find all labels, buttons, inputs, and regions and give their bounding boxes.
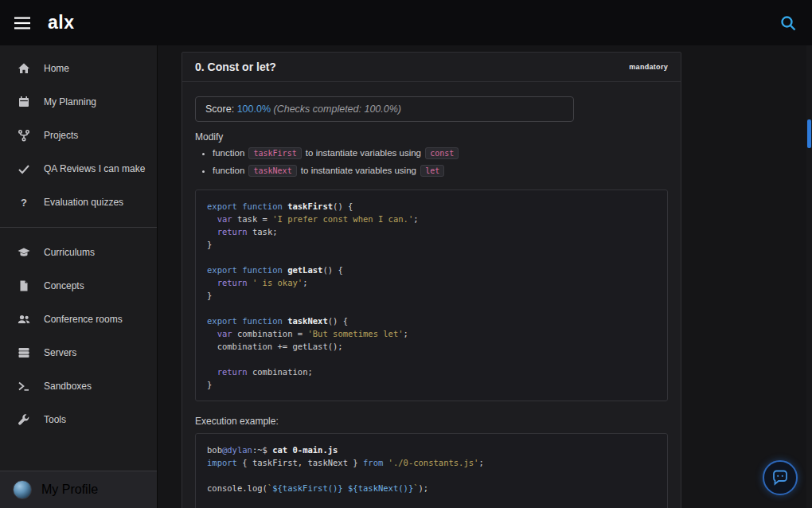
topbar: alx: [0, 0, 812, 45]
sidebar-item-qa-reviews-i-can-make[interactable]: QA Reviews I can make: [0, 152, 157, 186]
profile-label: My Profile: [41, 483, 98, 497]
avatar: [13, 480, 32, 499]
chat-widget-button[interactable]: [763, 460, 798, 495]
inline-code: taskFirst: [248, 147, 301, 159]
sidebar-item-home[interactable]: Home: [0, 52, 157, 85]
code-line: export function taskNext() {: [207, 315, 656, 327]
inline-code: let: [420, 165, 444, 177]
task-card: 0. Const or let? mandatory Score: 100.0%…: [182, 52, 681, 508]
code-line: [207, 494, 656, 507]
score-note: (Checks completed: 100.0%): [274, 104, 402, 115]
task-bullets: function taskFirst to instantiate variab…: [198, 146, 681, 178]
code-line: export function taskFirst() {: [207, 200, 656, 213]
sidebar-item-tools[interactable]: Tools: [0, 403, 157, 436]
code-line: var combination = 'But sometimes let';: [207, 327, 656, 340]
code-line: }: [207, 378, 656, 391]
code-line: console.log(`${taskFirst()} ${taskNext()…: [207, 482, 656, 494]
task-instruction: Modify: [195, 131, 668, 143]
sidebar-item-label: Tools: [44, 414, 66, 425]
sidebar-item-label: Home: [44, 63, 69, 74]
score-box: Score: 100.0% (Checks completed: 100.0%): [195, 96, 574, 122]
task-bullet: function taskFirst to instantiate variab…: [213, 146, 681, 161]
sidebar-item-label: My Planning: [44, 96, 96, 107]
inline-code: taskNext: [248, 165, 296, 177]
hamburger-icon: [14, 17, 30, 29]
sidebar-item-projects[interactable]: Projects: [0, 119, 157, 152]
code-line: }: [207, 289, 656, 302]
code-line: combination += getLast();: [207, 340, 656, 353]
calendar-icon: [18, 96, 31, 108]
sidebar-item-my-profile[interactable]: My Profile: [0, 471, 157, 508]
inline-code: const: [425, 147, 459, 159]
code-line: [207, 469, 656, 482]
sidebar-item-evaluation-quizzes[interactable]: ?Evaluation quizzes: [0, 186, 157, 219]
sidebar-item-conference-rooms[interactable]: Conference rooms: [0, 303, 157, 336]
terminal-icon: [18, 380, 31, 393]
svg-text:?: ?: [21, 197, 27, 209]
sidebar-item-label: Conference rooms: [44, 314, 123, 325]
search-button[interactable]: [775, 10, 801, 36]
users-icon: [18, 313, 31, 326]
sidebar-item-label: Evaluation quizzes: [44, 197, 123, 208]
sidebar-item-label: QA Reviews I can make: [44, 163, 145, 174]
sidebar-item-label: Servers: [44, 347, 76, 358]
sidebar-item-concepts[interactable]: Concepts: [0, 269, 157, 303]
code-line: bob@dylan:~$ cat 0-main.js: [207, 444, 656, 456]
task-bullet: function taskNext to instantiate variabl…: [213, 163, 681, 178]
execution-code-block: bob@dylan:~$ cat 0-main.jsimport { taskF…: [195, 433, 668, 508]
mandatory-badge: mandatory: [629, 63, 668, 71]
chat-icon: [771, 468, 790, 487]
code-line: import { taskFirst, taskNext } from './0…: [207, 456, 656, 469]
question-icon: ?: [18, 196, 31, 209]
code-line: return ' is okay';: [207, 276, 656, 289]
code-line: [207, 251, 656, 264]
source-code-block: export function taskFirst() { var task =…: [195, 190, 668, 401]
code-line: var task = 'I prefer const when I can.';: [207, 213, 656, 225]
code-line: [207, 353, 656, 365]
sidebar-nav: HomeMy PlanningProjectsQA Reviews I can …: [0, 45, 157, 436]
code-line: return combination;: [207, 365, 656, 378]
scrollbar-track[interactable]: [806, 45, 812, 508]
home-icon: [18, 62, 31, 75]
sidebar-item-my-planning[interactable]: My Planning: [0, 85, 157, 119]
sidebar-item-label: Curriculums: [44, 247, 95, 258]
code-line: [207, 302, 656, 315]
search-icon: [779, 14, 798, 33]
task-card-header: 0. Const or let? mandatory: [182, 53, 681, 82]
code-line: }: [207, 238, 656, 251]
score-value: 100.0%: [237, 104, 271, 115]
sidebar-item-label: Projects: [44, 130, 78, 141]
app-window: alx HomeMy PlanningProjectsQA Reviews I …: [0, 0, 812, 508]
execution-example-label: Execution example:: [195, 416, 668, 427]
sidebar-item-label: Concepts: [44, 280, 84, 291]
sidebar-item-label: Sandboxes: [44, 381, 92, 392]
menu-button[interactable]: [10, 12, 35, 34]
sidebar-divider: [0, 227, 157, 228]
scrollbar-thumb[interactable]: [807, 119, 811, 148]
score-label: Score:: [205, 104, 234, 115]
fork-icon: [18, 129, 31, 142]
graduation-cap-icon: [18, 246, 31, 259]
wrench-icon: [18, 413, 31, 426]
code-line: export function getLast() {: [207, 264, 656, 276]
sidebar-item-sandboxes[interactable]: Sandboxes: [0, 369, 157, 403]
document-icon: [18, 279, 31, 292]
check-icon: [18, 162, 31, 175]
task-title: 0. Const or let?: [195, 61, 276, 73]
sidebar-item-curriculums[interactable]: Curriculums: [0, 236, 157, 269]
server-icon: [18, 346, 31, 359]
sidebar-item-servers[interactable]: Servers: [0, 336, 157, 369]
code-line: return task;: [207, 225, 656, 238]
app-logo[interactable]: alx: [48, 12, 74, 33]
sidebar: HomeMy PlanningProjectsQA Reviews I can …: [0, 45, 158, 508]
